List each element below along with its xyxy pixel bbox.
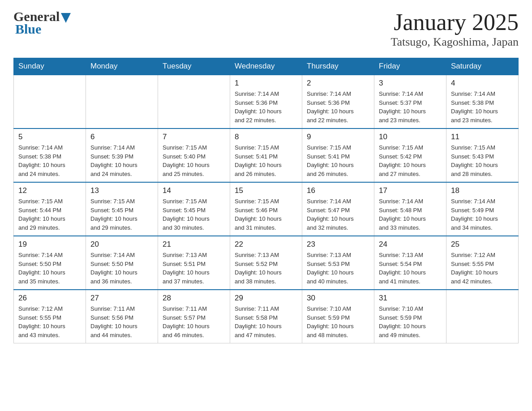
day-number: 8 (235, 133, 297, 141)
day-number: 7 (163, 133, 225, 141)
calendar-cell: 26Sunrise: 7:12 AM Sunset: 5:55 PM Dayli… (14, 290, 86, 343)
day-info: Sunrise: 7:14 AM Sunset: 5:48 PM Dayligh… (379, 197, 442, 232)
day-number: 29 (235, 294, 297, 303)
calendar-cell (158, 75, 230, 128)
logo-blue-text: Blue (15, 21, 41, 37)
calendar-cell: 27Sunrise: 7:11 AM Sunset: 5:56 PM Dayli… (86, 290, 158, 343)
calendar-cell: 13Sunrise: 7:15 AM Sunset: 5:45 PM Dayli… (86, 182, 158, 236)
calendar-cell: 2Sunrise: 7:14 AM Sunset: 5:36 PM Daylig… (302, 75, 374, 128)
calendar-cell: 29Sunrise: 7:11 AM Sunset: 5:58 PM Dayli… (230, 290, 302, 343)
day-number: 18 (451, 186, 514, 195)
calendar-day-header: Saturday (446, 58, 519, 75)
page-header: General Blue January 2025 Tatsugo, Kagos… (13, 9, 519, 49)
calendar-cell (446, 290, 519, 343)
calendar-cell: 12Sunrise: 7:15 AM Sunset: 5:44 PM Dayli… (14, 182, 86, 236)
calendar-cell: 18Sunrise: 7:14 AM Sunset: 5:49 PM Dayli… (446, 182, 519, 236)
day-number: 1 (235, 79, 297, 88)
day-info: Sunrise: 7:14 AM Sunset: 5:50 PM Dayligh… (90, 251, 153, 286)
calendar-day-header: Tuesday (158, 58, 230, 75)
calendar-header-row: SundayMondayTuesdayWednesdayThursdayFrid… (14, 58, 519, 75)
calendar-cell: 8Sunrise: 7:15 AM Sunset: 5:41 PM Daylig… (230, 128, 302, 182)
day-info: Sunrise: 7:13 AM Sunset: 5:51 PM Dayligh… (163, 251, 225, 286)
logo: General Blue (13, 9, 71, 37)
calendar-week-row: 1Sunrise: 7:14 AM Sunset: 5:36 PM Daylig… (14, 75, 519, 128)
day-number: 16 (307, 186, 369, 195)
day-number: 11 (451, 133, 514, 141)
calendar-cell: 17Sunrise: 7:14 AM Sunset: 5:48 PM Dayli… (374, 182, 446, 236)
calendar-cell: 5Sunrise: 7:14 AM Sunset: 5:38 PM Daylig… (14, 128, 86, 182)
calendar-cell (86, 75, 158, 128)
day-info: Sunrise: 7:15 AM Sunset: 5:40 PM Dayligh… (163, 143, 225, 178)
calendar-cell: 10Sunrise: 7:15 AM Sunset: 5:42 PM Dayli… (374, 128, 446, 182)
calendar-day-header: Friday (374, 58, 446, 75)
day-info: Sunrise: 7:15 AM Sunset: 5:42 PM Dayligh… (379, 143, 442, 178)
calendar-cell: 21Sunrise: 7:13 AM Sunset: 5:51 PM Dayli… (158, 236, 230, 290)
day-info: Sunrise: 7:14 AM Sunset: 5:37 PM Dayligh… (379, 90, 442, 124)
calendar-cell: 28Sunrise: 7:11 AM Sunset: 5:57 PM Dayli… (158, 290, 230, 343)
calendar-cell: 1Sunrise: 7:14 AM Sunset: 5:36 PM Daylig… (230, 75, 302, 128)
calendar-cell: 11Sunrise: 7:15 AM Sunset: 5:43 PM Dayli… (446, 128, 519, 182)
calendar-day-header: Wednesday (230, 58, 302, 75)
calendar-day-header: Sunday (14, 58, 86, 75)
day-number: 28 (163, 294, 225, 303)
calendar-week-row: 5Sunrise: 7:14 AM Sunset: 5:38 PM Daylig… (14, 128, 519, 182)
day-info: Sunrise: 7:14 AM Sunset: 5:36 PM Dayligh… (307, 90, 369, 124)
calendar-cell: 24Sunrise: 7:13 AM Sunset: 5:54 PM Dayli… (374, 236, 446, 290)
day-info: Sunrise: 7:15 AM Sunset: 5:44 PM Dayligh… (18, 197, 81, 232)
calendar-cell: 30Sunrise: 7:10 AM Sunset: 5:59 PM Dayli… (302, 290, 374, 343)
day-info: Sunrise: 7:10 AM Sunset: 5:59 PM Dayligh… (307, 304, 369, 339)
calendar-week-row: 26Sunrise: 7:12 AM Sunset: 5:55 PM Dayli… (14, 290, 519, 343)
day-info: Sunrise: 7:14 AM Sunset: 5:49 PM Dayligh… (451, 197, 514, 232)
day-info: Sunrise: 7:12 AM Sunset: 5:55 PM Dayligh… (18, 304, 81, 339)
calendar-cell: 7Sunrise: 7:15 AM Sunset: 5:40 PM Daylig… (158, 128, 230, 182)
day-number: 14 (163, 186, 225, 195)
calendar-cell: 23Sunrise: 7:13 AM Sunset: 5:53 PM Dayli… (302, 236, 374, 290)
day-number: 5 (18, 133, 81, 141)
day-number: 21 (163, 240, 225, 249)
day-number: 3 (379, 79, 442, 88)
day-number: 4 (451, 79, 514, 88)
day-number: 20 (90, 240, 153, 249)
day-number: 10 (379, 133, 442, 141)
day-info: Sunrise: 7:11 AM Sunset: 5:58 PM Dayligh… (235, 304, 297, 339)
day-info: Sunrise: 7:10 AM Sunset: 5:59 PM Dayligh… (379, 304, 442, 339)
day-info: Sunrise: 7:13 AM Sunset: 5:52 PM Dayligh… (235, 251, 297, 286)
day-info: Sunrise: 7:15 AM Sunset: 5:41 PM Dayligh… (235, 143, 297, 178)
calendar-cell: 16Sunrise: 7:14 AM Sunset: 5:47 PM Dayli… (302, 182, 374, 236)
day-number: 6 (90, 133, 153, 141)
calendar-cell: 4Sunrise: 7:14 AM Sunset: 5:38 PM Daylig… (446, 75, 519, 128)
day-number: 23 (307, 240, 369, 249)
day-number: 25 (451, 240, 514, 249)
day-number: 27 (90, 294, 153, 303)
day-number: 2 (307, 79, 369, 88)
day-info: Sunrise: 7:14 AM Sunset: 5:50 PM Dayligh… (18, 251, 81, 286)
day-info: Sunrise: 7:15 AM Sunset: 5:43 PM Dayligh… (451, 143, 514, 178)
day-number: 17 (379, 186, 442, 195)
month-title: January 2025 (390, 9, 519, 35)
day-number: 31 (379, 294, 442, 303)
day-info: Sunrise: 7:13 AM Sunset: 5:53 PM Dayligh… (307, 251, 369, 286)
day-info: Sunrise: 7:14 AM Sunset: 5:39 PM Dayligh… (90, 143, 153, 178)
calendar-cell (14, 75, 86, 128)
calendar-week-row: 19Sunrise: 7:14 AM Sunset: 5:50 PM Dayli… (14, 236, 519, 290)
day-number: 9 (307, 133, 369, 141)
day-info: Sunrise: 7:15 AM Sunset: 5:45 PM Dayligh… (163, 197, 225, 232)
day-info: Sunrise: 7:14 AM Sunset: 5:38 PM Dayligh… (451, 90, 514, 124)
day-info: Sunrise: 7:12 AM Sunset: 5:55 PM Dayligh… (451, 251, 514, 286)
day-number: 13 (90, 186, 153, 195)
day-info: Sunrise: 7:11 AM Sunset: 5:57 PM Dayligh… (163, 304, 225, 339)
location-title: Tatsugo, Kagoshima, Japan (390, 35, 519, 49)
calendar-cell: 19Sunrise: 7:14 AM Sunset: 5:50 PM Dayli… (14, 236, 86, 290)
day-number: 24 (379, 240, 442, 249)
calendar-cell: 25Sunrise: 7:12 AM Sunset: 5:55 PM Dayli… (446, 236, 519, 290)
day-info: Sunrise: 7:15 AM Sunset: 5:46 PM Dayligh… (235, 197, 297, 232)
day-info: Sunrise: 7:14 AM Sunset: 5:47 PM Dayligh… (307, 197, 369, 232)
calendar-cell: 31Sunrise: 7:10 AM Sunset: 5:59 PM Dayli… (374, 290, 446, 343)
calendar-cell: 14Sunrise: 7:15 AM Sunset: 5:45 PM Dayli… (158, 182, 230, 236)
day-info: Sunrise: 7:15 AM Sunset: 5:45 PM Dayligh… (90, 197, 153, 232)
day-number: 12 (18, 186, 81, 195)
calendar-cell: 3Sunrise: 7:14 AM Sunset: 5:37 PM Daylig… (374, 75, 446, 128)
day-info: Sunrise: 7:14 AM Sunset: 5:38 PM Dayligh… (18, 143, 81, 178)
day-info: Sunrise: 7:14 AM Sunset: 5:36 PM Dayligh… (235, 90, 297, 124)
calendar-cell: 6Sunrise: 7:14 AM Sunset: 5:39 PM Daylig… (86, 128, 158, 182)
